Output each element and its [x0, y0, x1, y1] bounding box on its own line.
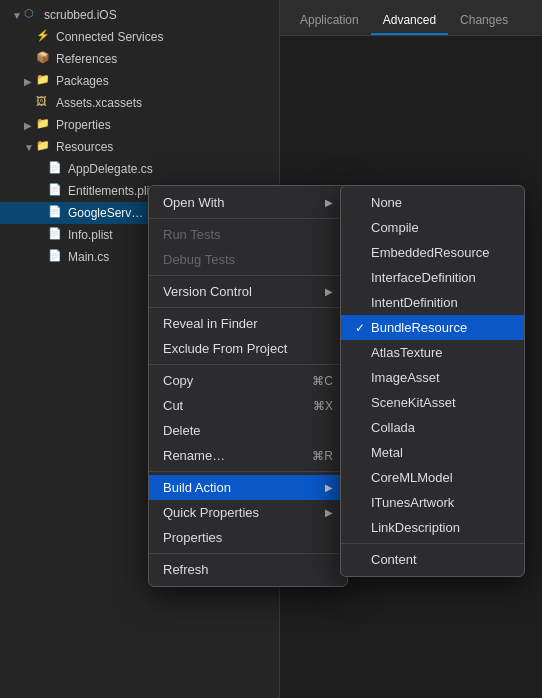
atlas-texture-label: AtlasTexture	[371, 345, 443, 360]
menu-quick-properties[interactable]: Quick Properties ▶	[149, 500, 347, 525]
resources-arrow: ▼	[24, 142, 36, 153]
resources-folder-label: Resources	[56, 140, 113, 154]
collada-label: Collada	[371, 420, 415, 435]
bundle-resource-label: BundleResource	[371, 320, 467, 335]
menu-delete[interactable]: Delete	[149, 418, 347, 443]
submenu-sep	[341, 543, 524, 544]
submenu-image-asset[interactable]: ImageAsset	[341, 365, 524, 390]
menu-sep-1	[149, 218, 347, 219]
cut-shortcut: ⌘X	[313, 399, 333, 413]
connected-services-icon: ⚡	[36, 29, 52, 45]
scene-kit-asset-label: SceneKitAsset	[371, 395, 456, 410]
tree-item-connected-services[interactable]: ⚡ Connected Services	[0, 26, 279, 48]
entitlements-label: Entitlements.plist	[68, 184, 159, 198]
googleserv-label: GoogleServ…	[68, 206, 143, 220]
menu-version-control[interactable]: Version Control ▶	[149, 279, 347, 304]
debug-tests-label: Debug Tests	[163, 252, 235, 267]
submenu-itunes-artwork[interactable]: ITunesArtwork	[341, 490, 524, 515]
interface-definition-label: InterfaceDefinition	[371, 270, 476, 285]
appdelegate-icon: 📄	[48, 161, 64, 177]
tab-changes[interactable]: Changes	[448, 7, 520, 35]
image-asset-label: ImageAsset	[371, 370, 440, 385]
menu-sep-6	[149, 553, 347, 554]
submenu-collada[interactable]: Collada	[341, 415, 524, 440]
metal-label: Metal	[371, 445, 403, 460]
properties-folder-icon: 📁	[36, 117, 52, 133]
menu-sep-3	[149, 307, 347, 308]
rename-label: Rename…	[163, 448, 225, 463]
submenu-embedded-resource[interactable]: EmbeddedResource	[341, 240, 524, 265]
tree-item-packages[interactable]: ▶ 📁 Packages	[0, 70, 279, 92]
submenu-compile[interactable]: Compile	[341, 215, 524, 240]
packages-arrow: ▶	[24, 76, 36, 87]
menu-copy[interactable]: Copy ⌘C	[149, 368, 347, 393]
link-description-label: LinkDescription	[371, 520, 460, 535]
none-label: None	[371, 195, 402, 210]
submenu-none[interactable]: None	[341, 190, 524, 215]
version-control-arrow: ▶	[325, 286, 333, 297]
tree-item-properties[interactable]: ▶ 📁 Properties	[0, 114, 279, 136]
packages-label: Packages	[56, 74, 109, 88]
copy-shortcut: ⌘C	[312, 374, 333, 388]
version-control-label: Version Control	[163, 284, 252, 299]
tree-root[interactable]: ▼ ⬡ scrubbed.iOS	[0, 4, 279, 26]
tree-item-assets[interactable]: 🖼 Assets.xcassets	[0, 92, 279, 114]
menu-run-tests: Run Tests	[149, 222, 347, 247]
copy-label: Copy	[163, 373, 193, 388]
cut-label: Cut	[163, 398, 183, 413]
menu-rename[interactable]: Rename… ⌘R	[149, 443, 347, 468]
menu-sep-2	[149, 275, 347, 276]
build-action-arrow: ▶	[325, 482, 333, 493]
menu-reveal-finder[interactable]: Reveal in Finder	[149, 311, 347, 336]
exclude-project-label: Exclude From Project	[163, 341, 287, 356]
submenu-atlas-texture[interactable]: AtlasTexture	[341, 340, 524, 365]
assets-label: Assets.xcassets	[56, 96, 142, 110]
submenu-link-description[interactable]: LinkDescription	[341, 515, 524, 540]
tree-item-references[interactable]: 📦 References	[0, 48, 279, 70]
menu-refresh[interactable]: Refresh	[149, 557, 347, 582]
submenu-intent-definition[interactable]: IntentDefinition	[341, 290, 524, 315]
maincs-icon: 📄	[48, 249, 64, 265]
menu-sep-4	[149, 364, 347, 365]
embedded-resource-label: EmbeddedResource	[371, 245, 490, 260]
packages-icon: 📁	[36, 73, 52, 89]
menu-properties[interactable]: Properties	[149, 525, 347, 550]
reveal-finder-label: Reveal in Finder	[163, 316, 258, 331]
submenu-metal[interactable]: Metal	[341, 440, 524, 465]
submenu-bundle-resource[interactable]: ✓ BundleResource	[341, 315, 524, 340]
menu-exclude-project[interactable]: Exclude From Project	[149, 336, 347, 361]
menu-build-action[interactable]: Build Action ▶	[149, 475, 347, 500]
submenu-interface-definition[interactable]: InterfaceDefinition	[341, 265, 524, 290]
delete-label: Delete	[163, 423, 201, 438]
open-with-label: Open With	[163, 195, 224, 210]
menu-open-with[interactable]: Open With ▶	[149, 190, 347, 215]
submenu-coreml-model[interactable]: CoreMLModel	[341, 465, 524, 490]
quick-properties-label: Quick Properties	[163, 505, 259, 520]
infoplist-label: Info.plist	[68, 228, 113, 242]
submenu-content[interactable]: Content	[341, 547, 524, 572]
bundle-check: ✓	[355, 321, 371, 335]
properties-arrow: ▶	[24, 120, 36, 131]
maincs-label: Main.cs	[68, 250, 109, 264]
build-action-submenu: None Compile EmbeddedResource InterfaceD…	[340, 185, 525, 577]
submenu-scene-kit-asset[interactable]: SceneKitAsset	[341, 390, 524, 415]
project-name: scrubbed.iOS	[44, 8, 117, 22]
build-action-label: Build Action	[163, 480, 231, 495]
itunes-artwork-label: ITunesArtwork	[371, 495, 454, 510]
menu-debug-tests: Debug Tests	[149, 247, 347, 272]
tab-advanced[interactable]: Advanced	[371, 7, 448, 35]
properties-label: Properties	[163, 530, 222, 545]
references-label: References	[56, 52, 117, 66]
menu-cut[interactable]: Cut ⌘X	[149, 393, 347, 418]
rename-shortcut: ⌘R	[312, 449, 333, 463]
intent-definition-label: IntentDefinition	[371, 295, 458, 310]
resources-folder-icon: 📁	[36, 139, 52, 155]
menu-sep-5	[149, 471, 347, 472]
open-with-arrow: ▶	[325, 197, 333, 208]
tab-application[interactable]: Application	[288, 7, 371, 35]
tree-item-resources[interactable]: ▼ 📁 Resources	[0, 136, 279, 158]
content-label: Content	[371, 552, 417, 567]
tree-item-appdelegate[interactable]: 📄 AppDelegate.cs	[0, 158, 279, 180]
properties-folder-label: Properties	[56, 118, 111, 132]
refresh-label: Refresh	[163, 562, 209, 577]
